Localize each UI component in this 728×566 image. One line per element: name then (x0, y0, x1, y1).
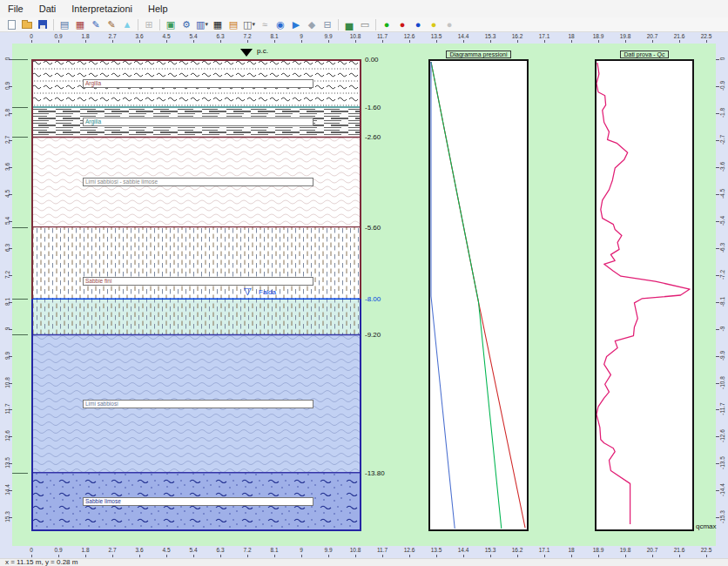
box-3d-icon[interactable]: ◆ (304, 18, 320, 31)
ruler-tick-label: 12.6 (399, 33, 420, 39)
ruler-top: 00.91.82.73.64.55.46.37.28.199.910.811.7… (0, 32, 728, 44)
ruler-tick (716, 167, 719, 168)
export-report-icon[interactable]: ▤ (57, 18, 72, 31)
layer-label[interactable]: Limi sabbiosi - sabbie limose (83, 178, 313, 186)
sphere-yellow-icon[interactable]: ● (426, 18, 442, 31)
ruler-bottom: 00.91.82.73.64.55.46.37.28.199.910.811.7… (0, 546, 728, 558)
layer-label[interactable]: Argilla (83, 79, 313, 88)
ruler-tick (193, 40, 194, 43)
ruler-tick (166, 40, 167, 43)
ruler-tick (9, 329, 12, 330)
ruler-tick (544, 555, 545, 557)
diagram-icon[interactable]: ◫▾ (241, 18, 257, 31)
ruler-tick (409, 40, 410, 43)
ruler-tick (716, 86, 719, 87)
bar-chart-icon[interactable]: ▥▾ (194, 18, 210, 31)
ruler-tick-label: 0 (21, 547, 42, 553)
depth-label: -5.60 (365, 224, 381, 232)
settings-gear-icon[interactable]: ⚙ (179, 18, 194, 31)
ruler-tick (716, 275, 719, 276)
ruler-tick (436, 40, 437, 43)
dropdown-caret-icon[interactable]: ▾ (205, 21, 208, 28)
table-icon: ▦ (213, 20, 222, 30)
export-report-icon: ▤ (60, 20, 69, 30)
qc-chart[interactable] (595, 59, 694, 531)
ruler-tick-label: 16.2 (507, 33, 528, 39)
boundary-tick (12, 299, 28, 300)
ruler-tick (9, 356, 12, 357)
ruler-tick (679, 40, 680, 43)
depth-label: 0.00 (365, 56, 379, 64)
ruler-tick-label: 8.1 (264, 33, 285, 39)
line-chart-icon[interactable]: ≈ (257, 18, 273, 31)
save-icon[interactable] (35, 18, 51, 31)
ruler-tick-label: 2.7 (102, 547, 123, 553)
ruler-tick (274, 555, 275, 557)
qcmax-label: qcmax (696, 522, 717, 530)
menu-item-help[interactable]: Help (140, 1, 176, 17)
water-table-label: Falda (259, 288, 276, 296)
table-icon[interactable]: ▦ (210, 18, 226, 31)
sphere-silver-icon: ● (447, 20, 453, 30)
dropdown-caret-icon[interactable]: ▾ (252, 21, 255, 28)
ruler-tick (9, 463, 12, 464)
sphere-red-icon[interactable]: ● (394, 18, 410, 31)
ruler-tick-label: 15.3 (480, 547, 501, 553)
ruler-tick-label: -6.3 (719, 237, 725, 258)
boundary-tick (12, 107, 28, 108)
ruler-tick (625, 555, 626, 557)
ruler-tick-label: 18 (561, 33, 582, 39)
sphere-green-icon: ● (384, 20, 390, 30)
ruler-tick (716, 221, 719, 222)
ruler-tick (9, 248, 12, 249)
ruler-tick (679, 555, 680, 557)
new-document-icon[interactable] (3, 18, 19, 31)
open-folder-icon[interactable] (19, 18, 35, 31)
cone-test-icon[interactable]: ▲ (119, 18, 135, 31)
ruler-tick (247, 40, 248, 43)
image-export-icon[interactable]: ▦ (72, 18, 88, 31)
ruler-tick (139, 40, 140, 43)
layer-label[interactable]: Sabbie limose (83, 497, 313, 506)
globe-icon[interactable]: ◉ (273, 18, 288, 31)
ruler-tick (382, 555, 383, 557)
ruler-tick (436, 555, 437, 557)
qc-line (597, 63, 690, 524)
ruler-tick (598, 40, 599, 43)
sphere-green-icon[interactable]: ● (379, 18, 394, 31)
globe-icon: ◉ (276, 20, 285, 30)
send-icon[interactable]: ▶ (288, 18, 304, 31)
layer-label[interactable]: Limi sabbiosi (83, 400, 313, 408)
grid-icon[interactable]: ⊞ (141, 18, 157, 31)
ruler-tick-label: 7.2 (237, 33, 258, 39)
library-icon: ▤ (229, 20, 238, 30)
edit-document-icon[interactable]: ✎ (88, 18, 104, 31)
layer-label[interactable]: Argilla (83, 118, 313, 126)
library-icon[interactable]: ▤ (226, 18, 241, 31)
picture-icon[interactable]: ▣ (163, 18, 179, 31)
ruler-tick (9, 490, 12, 491)
layer-label[interactable]: Sabbie fini (83, 277, 313, 286)
sphere-silver-icon[interactable]: ● (442, 18, 457, 31)
menu-item-interpretazioni[interactable]: Interpretazioni (64, 1, 140, 17)
ruler-tick-label: 9.9 (318, 33, 339, 39)
drawing-canvas[interactable]: 00.91.82.73.64.55.46.37.28.199.910.811.7… (0, 44, 728, 546)
print-icon[interactable]: ▭ (357, 18, 373, 31)
mini-chart-icon[interactable]: ▅ (341, 18, 357, 31)
ruler-tick-label: -2.7 (719, 129, 725, 150)
ruler-tick-label: 4.5 (156, 33, 177, 39)
sphere-blue-icon[interactable]: ● (410, 18, 426, 31)
pressure-chart[interactable] (428, 59, 529, 531)
depth-label: -1.60 (365, 104, 381, 111)
menu-item-dati[interactable]: Dati (31, 1, 64, 17)
ruler-tick (517, 40, 518, 43)
ruler-tick-label: 14.4 (453, 33, 474, 39)
menu-item-file[interactable]: File (0, 1, 31, 17)
edit-notes-icon[interactable]: ✎ (104, 18, 119, 31)
database-icon[interactable]: ⊟ (320, 18, 335, 31)
ruler-tick (716, 383, 719, 384)
ruler-tick (490, 40, 491, 43)
toolbar-separator (338, 19, 339, 30)
ruler-tick (220, 555, 221, 557)
ruler-tick-label: 7.2 (237, 547, 258, 553)
